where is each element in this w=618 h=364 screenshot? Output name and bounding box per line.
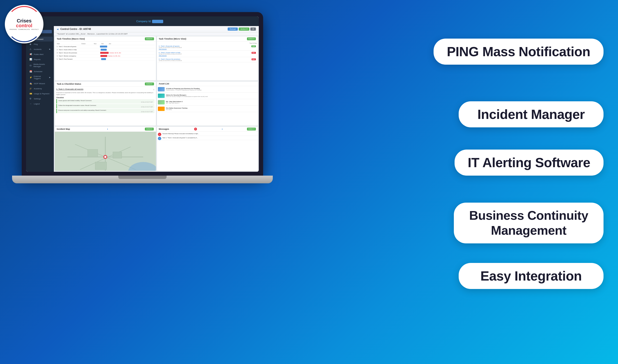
sidebar: AS ⊞ Dashboard ◉ Ping ⚠ Incidents ▶	[26, 26, 54, 172]
asset-sub-3: EQ - Stay Safe Indoors 1	[166, 102, 257, 104]
sidebar-item-scheduler[interactable]: 📅 Scheduler	[27, 69, 53, 74]
reports-icon: 📊	[29, 58, 32, 61]
micro-panel-header: Task Timeline (Micro View) Action ▾	[157, 36, 258, 41]
collapse-icon[interactable]: ∧	[153, 89, 155, 91]
svg-rect-6	[113, 152, 122, 158]
message-icon-2: ✓	[158, 137, 161, 140]
control-centre-header: ◀ Control Centre - ID: AI9748 Reload Act…	[54, 26, 259, 32]
triggers-arrow: ▶	[49, 77, 51, 78]
sidebar-item-usage[interactable]: 💳 Usage & Payment	[27, 91, 53, 96]
map-action-btn[interactable]: Action ▾	[145, 128, 154, 130]
message-text-1: Tsunami Warning! Please evacuate immedia…	[158, 133, 257, 135]
message-icon-1: ⚠	[158, 133, 161, 136]
sidebar-item-reports[interactable]: 📊 Reports	[27, 57, 53, 62]
sidebar-item-ping[interactable]: ◉ Ping	[27, 42, 53, 47]
micro-item-3: 3 - Task 3: Secure the premises ESC 12-D…	[158, 58, 257, 62]
laptop-device: CC ☰ Company Id: AS ⊞ Dashb	[22, 12, 278, 195]
triggers-icon: ⚡	[29, 76, 32, 79]
reload-button[interactable]: Reload	[228, 27, 238, 31]
asset-sub-1: Practical advice - A Guide to Preparing …	[166, 89, 257, 91]
sidebar-item-incidents[interactable]: ⚠ Incidents ▶	[27, 47, 53, 52]
asset-thumb-3	[158, 100, 165, 104]
asset-sub-4: Fire Safety	[166, 109, 257, 110]
micro-panel-body: Tue 12 Dec 1 - Task 1: Evacuate all gues…	[157, 41, 258, 80]
macro-action-btn[interactable]: Action ▾	[145, 37, 154, 40]
sidebar-item-isop[interactable]: 🧙 ISOP Wizard	[27, 81, 53, 86]
back-icon: ◀	[57, 28, 58, 30]
sidebar-label-academy: Academy	[34, 88, 42, 90]
sidebar-item-academy[interactable]: 🎓 Academy	[27, 86, 53, 91]
isop-icon: 🧙	[29, 82, 32, 85]
task-header-row: 1. Task 1: Evacuate all guests ∧	[56, 88, 155, 91]
gantt-task-3-label: 3 - Task 2: Secure the premises	[57, 52, 81, 53]
public-alert-icon: 📢	[29, 53, 32, 55]
micro-item-2-assess[interactable]: Task Assesses	[159, 55, 256, 56]
sidebar-label-media: Media Assets Manager	[33, 63, 51, 67]
sidebar-item-external-triggers[interactable]: ⚡ External Triggers ▶	[27, 74, 53, 81]
asset-item-1: A Guide to Preparing your Business for F…	[157, 86, 258, 93]
sidebar-item-settings[interactable]: ⚙ Settings	[27, 96, 53, 101]
svg-rect-5	[88, 149, 98, 157]
message-item-1: ⚠ Tsunami Warning! Please evacuate immed…	[157, 132, 258, 136]
messages-panel-title: Messages	[159, 128, 169, 130]
laptop-screen: CC ☰ Company Id: AS ⊞ Dashb	[26, 16, 259, 172]
map-panel-body: Map Satellite	[55, 132, 156, 171]
message-item-2: ✓ Task 1: "Task 1: Evacuate all guests" …	[157, 136, 258, 140]
messages-info-icon[interactable]: ℹ	[222, 128, 223, 130]
back-button[interactable]: ◀	[57, 28, 58, 30]
sidebar-item-media[interactable]: 🗂 Media Assets Manager	[27, 62, 53, 69]
sidebar-label-scheduler: Scheduler	[34, 70, 42, 73]
feature-pill-ping: PING Mass Notification	[434, 39, 604, 65]
gantt-bar-4	[100, 55, 107, 57]
gear-button[interactable]: ⚙	[250, 27, 256, 31]
asset-item-4: Fire Safety Awareness Training Fire Safe…	[157, 106, 258, 112]
micro-badge-1: ACP	[251, 45, 256, 47]
logo-ring	[6, 6, 42, 42]
checklist-item-3: Ensure everyone is accounted for and saf…	[56, 109, 155, 113]
sidebar-label-reports: Reports	[34, 58, 40, 61]
feature-integration-text: Easy Integration	[480, 269, 582, 284]
asset-info-4: Fire Safety Awareness Training Fire Safe…	[166, 107, 257, 110]
gantt-bar-2	[101, 49, 107, 51]
feature-bcm-line1: Business Continuity	[469, 208, 588, 222]
sidebar-label-isop: ISOP Wizard	[34, 82, 45, 85]
laptop-screen-frame: CC ☰ Company Id: AS ⊞ Dashb	[22, 12, 263, 176]
micro-badge-2: ESC	[252, 52, 256, 54]
sidebar-item-logout[interactable]: → Logout	[27, 101, 53, 106]
sidebar-label-usage: Usage & Payment	[34, 93, 49, 95]
gantt-row-5: 5 - Task 5: Post-Tsunami	[56, 58, 155, 61]
sidebar-item-public-alert[interactable]: 📢 Public Alert	[27, 52, 53, 57]
incident-map-panel: Incident Map ℹ Action ▾ Map Satellite	[55, 127, 156, 171]
scheduler-icon: 📅	[29, 70, 32, 73]
asset-sub-2: Advice for security managers of crowded …	[166, 96, 257, 97]
academy-icon: 🎓	[29, 87, 32, 90]
sidebar-label-incidents: Incidents	[34, 48, 41, 51]
gantt-col-task: Task	[57, 43, 81, 44]
asset-panel-header: Asset List	[157, 81, 258, 86]
asset-thumb-1	[158, 87, 165, 91]
micro-item-1-assess[interactable]: Task Assesses	[159, 48, 256, 50]
ping-icon: ◉	[29, 43, 32, 45]
gantt-col-owner: Owner	[81, 43, 94, 44]
map-info-icon[interactable]: ℹ	[107, 128, 108, 130]
action-button[interactable]: Action ▾	[239, 27, 249, 31]
feature-ping-text: PING Mass Notification	[447, 44, 590, 59]
incidents-arrow: ▶	[49, 48, 51, 50]
messages-action-btn[interactable]: Action ▾	[247, 128, 256, 130]
overdue-text-4: Overdue: 1d, 18h, 21m	[108, 55, 120, 57]
asset-panel-title: Asset List	[159, 82, 169, 85]
overdue-text-3: Overdue: 3d, 5h, 16m	[109, 52, 121, 53]
panels-container: Task Timeline (Macro View) Action ▾ Task…	[54, 36, 259, 172]
task-timeline-micro-panel: Task Timeline (Micro View) Action ▾ Tue …	[157, 36, 258, 80]
feature-pill-it-alerting: IT Alerting Software	[455, 150, 604, 176]
micro-item-3-date: 12-Dec-23 10:25:40 to 14-Dec-23 10:56:25	[159, 60, 256, 61]
sidebar-label-logout: Logout	[34, 103, 40, 105]
checklist-action-btn[interactable]: Action ▾	[145, 82, 154, 85]
checklist-label: Checklist	[56, 97, 155, 98]
checklist-ts-2: 12-Dec-23 10:27 GMT	[58, 106, 153, 108]
micro-action-btn[interactable]: Action ▾	[247, 37, 256, 40]
asset-panel-body: A Guide to Preparing your Business for F…	[157, 86, 258, 126]
control-centre-title: Control Centre - ID: AI9748	[60, 28, 91, 30]
sidebar-label-public-alert: Public Alert	[34, 53, 43, 55]
checklist-item-2: Follow the designated evacuation routes:…	[56, 104, 155, 108]
